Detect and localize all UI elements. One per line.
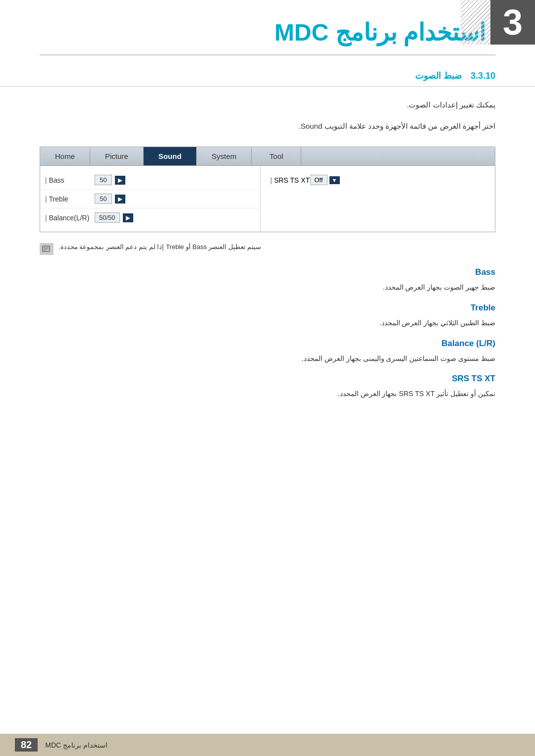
srs-row: SRS TS XT Off ▼ [268,171,488,189]
intro-line2: اختر أجهزة العرض من قائمة الأجهزة وحدد ع… [0,115,535,137]
bass-row: Bass 50 ▶ [40,171,260,190]
bass-label: Bass [45,176,90,184]
balance-value-box: 50/50 [95,212,120,223]
section-title-area: 3.3.10 ضبط الصوت [0,55,535,87]
srs-value: Off [310,175,327,185]
note-icon [40,243,54,255]
srs-heading: SRS TS XT [0,366,535,386]
header-decoration [461,0,490,45]
tab-system[interactable]: System [197,147,252,165]
pencil-icon [42,245,51,253]
bass-value: 50 ▶ [95,175,125,185]
treble-label: Treble [45,195,90,203]
balance-label: Balance(L/R) [45,214,90,222]
tab-content: Bass 50 ▶ Treble 50 ▶ Balance(L/R) 50/50… [40,166,495,232]
section-number: 3.3.10 [471,71,495,81]
chapter-badge: 3 [490,0,535,45]
right-panel: SRS TS XT Off ▼ [261,166,495,232]
page-header: استخدام برنامج MDC 3 [0,0,535,54]
treble-body: ضبط الطنين الثلاثي بجهاز العرض المحدد. [0,315,535,331]
balance-arrow-btn[interactable]: ▶ [123,213,133,222]
bass-value-box: 50 [95,175,112,185]
treble-value: 50 ▶ [95,194,125,204]
srs-body: تمكين أو تعطيل تأثير SRS TS XT بجهاز الع… [0,386,535,402]
treble-arrow-btn[interactable]: ▶ [115,195,125,203]
tab-ui-container: Home Picture Sound System Tool Bass 50 ▶… [40,147,495,232]
balance-row: Balance(L/R) 50/50 ▶ [40,208,260,227]
treble-heading: Treble [0,296,535,315]
header-title: استخدام برنامج MDC [274,18,485,46]
page-footer: 82 استخدام برنامج MDC [0,734,535,756]
srs-dropdown-arrow[interactable]: ▼ [329,176,340,184]
page-number: 82 [15,738,38,752]
treble-value-box: 50 [95,194,112,204]
bass-heading: Bass [0,260,535,280]
balance-value: 50/50 ▶ [95,212,133,223]
treble-row: Treble 50 ▶ [40,190,260,208]
note-text: سيتم تعطيل العنصر Bass أو Treble إذا لم … [58,242,261,252]
bass-arrow-btn[interactable]: ▶ [115,176,125,185]
bass-body: ضبط جهير الصوت بجهاز العرض المحدد. [0,280,535,296]
tab-home[interactable]: Home [40,147,90,165]
intro-line1: يمكنك تغيير إعدادات الصوت. [0,94,535,115]
tab-bar: Home Picture Sound System Tool [40,147,495,166]
tab-tool[interactable]: Tool [252,147,301,165]
balance-body: ضبط مستوى صوت السماعتين اليسرى واليمنى ب… [0,351,535,367]
left-panel: Bass 50 ▶ Treble 50 ▶ Balance(L/R) 50/50… [40,166,261,232]
balance-heading: (Balance (L/R [0,331,535,351]
srs-label: SRS TS XT [270,176,310,184]
footer-page: 82 استخدام برنامج MDC [15,738,107,752]
section-name: ضبط الصوت [415,71,462,81]
footer-page-label: استخدام برنامج MDC [45,741,107,749]
tab-picture[interactable]: Picture [90,147,144,165]
tab-sound[interactable]: Sound [144,147,197,165]
note-box: سيتم تعطيل العنصر Bass أو Treble إذا لم … [40,242,495,255]
srs-dropdown[interactable]: Off ▼ [310,175,340,185]
chapter-number: 3 [503,4,523,40]
